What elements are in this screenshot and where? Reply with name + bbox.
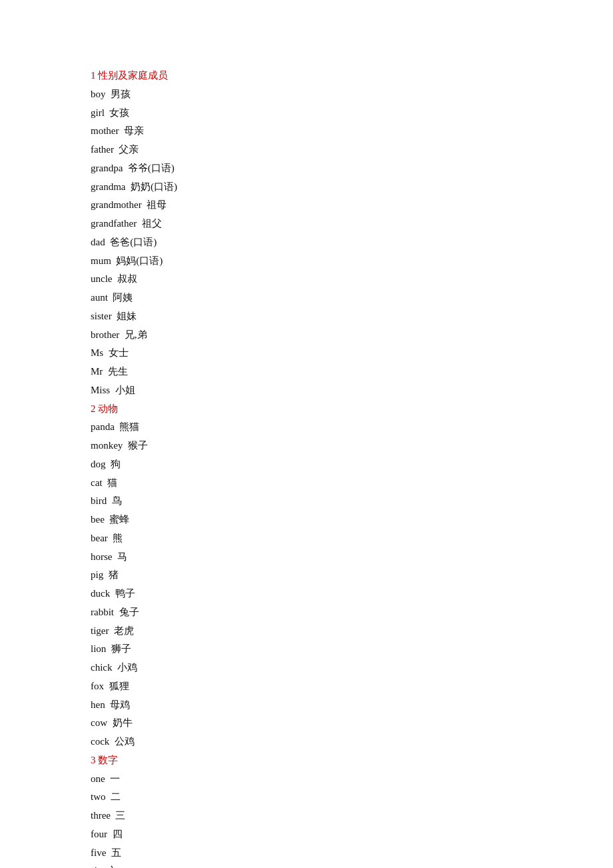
english-word: boy xyxy=(91,89,106,99)
list-item: girl 女孩 xyxy=(91,104,613,123)
list-item: Ms 女士 xyxy=(91,344,613,363)
chinese-translation: 姐妹 xyxy=(117,311,137,321)
chinese-translation: 叔叔 xyxy=(117,273,137,284)
english-word: aunt xyxy=(91,292,108,303)
english-word: two xyxy=(91,791,106,802)
english-word: father xyxy=(91,144,114,155)
chinese-translation: 母鸡 xyxy=(110,699,130,710)
chinese-translation: 爸爸(口语) xyxy=(110,237,157,247)
english-word: panda xyxy=(91,421,115,432)
list-item: rabbit 兔子 xyxy=(91,603,613,622)
english-word: girl xyxy=(91,107,105,118)
chinese-translation: 阿姨 xyxy=(113,292,133,303)
english-word: fox xyxy=(91,681,104,691)
list-item: grandpa 爷爷(口语) xyxy=(91,159,613,178)
english-word: horse xyxy=(91,551,113,562)
english-word: Ms xyxy=(91,347,103,358)
section-header-section2: 2 动物 xyxy=(91,400,613,419)
chinese-translation: 兔子 xyxy=(119,607,139,617)
list-item: father 父亲 xyxy=(91,141,613,159)
chinese-translation: 父亲 xyxy=(119,144,139,155)
english-word: hen xyxy=(91,699,105,710)
list-item: fox 狐狸 xyxy=(91,677,613,696)
chinese-translation: 奶奶(口语) xyxy=(131,181,177,192)
list-item: two 二 xyxy=(91,788,613,807)
english-word: dog xyxy=(91,459,106,469)
list-item: Mr 先生 xyxy=(91,363,613,381)
english-word: Mr xyxy=(91,366,103,377)
chinese-translation: 四 xyxy=(113,829,123,839)
english-word: four xyxy=(91,829,107,839)
chinese-translation: 老虎 xyxy=(114,625,134,636)
chinese-translation: 鸟 xyxy=(112,495,122,506)
chinese-translation: 一 xyxy=(110,773,120,784)
chinese-translation: 奶牛 xyxy=(113,717,133,728)
english-word: dad xyxy=(91,237,105,247)
chinese-translation: 妈妈(口语) xyxy=(116,255,163,266)
english-word: grandmother xyxy=(91,199,142,210)
list-item: cock 公鸡 xyxy=(91,733,613,751)
list-item: bear 熊 xyxy=(91,529,613,548)
list-item: six 六 xyxy=(91,862,613,868)
main-content: 1 性别及家庭成员boy 男孩girl 女孩mother 母亲father 父亲… xyxy=(91,67,613,868)
english-word: three xyxy=(91,810,111,821)
list-item: grandfather 祖父 xyxy=(91,215,613,233)
list-item: cat 猫 xyxy=(91,474,613,493)
english-word: uncle xyxy=(91,273,112,284)
chinese-translation: 母亲 xyxy=(124,125,144,136)
english-word: sister xyxy=(91,311,112,321)
chinese-translation: 狮子 xyxy=(111,643,131,654)
chinese-translation: 猪 xyxy=(109,569,119,580)
chinese-translation: 小鸡 xyxy=(117,662,137,673)
list-item: aunt 阿姨 xyxy=(91,289,613,307)
chinese-translation: 六 xyxy=(107,865,117,868)
list-item: lion 狮子 xyxy=(91,640,613,659)
english-word: grandma xyxy=(91,181,125,192)
chinese-translation: 猴子 xyxy=(128,440,148,451)
english-word: six xyxy=(91,865,103,868)
english-word: bird xyxy=(91,495,107,506)
list-item: pig 猪 xyxy=(91,566,613,585)
english-word: bee xyxy=(91,514,105,525)
english-word: cow xyxy=(91,717,107,728)
list-item: cow 奶牛 xyxy=(91,714,613,733)
english-word: cock xyxy=(91,736,109,747)
section-header-section3: 3 数字 xyxy=(91,751,613,770)
list-item: brother 兄,弟 xyxy=(91,326,613,345)
list-item: grandmother 祖母 xyxy=(91,196,613,215)
chinese-translation: 鸭子 xyxy=(115,588,135,599)
english-word: bear xyxy=(91,533,108,543)
list-item: Miss 小姐 xyxy=(91,381,613,400)
english-word: grandpa xyxy=(91,163,123,173)
list-item: four 四 xyxy=(91,825,613,844)
section-header-section1: 1 性别及家庭成员 xyxy=(91,67,613,85)
chinese-translation: 小姐 xyxy=(115,385,135,395)
list-item: dog 狗 xyxy=(91,455,613,474)
chinese-translation: 二 xyxy=(111,791,121,802)
list-item: dad 爸爸(口语) xyxy=(91,233,613,252)
english-word: mother xyxy=(91,125,119,136)
chinese-translation: 爷爷(口语) xyxy=(128,163,175,173)
english-word: rabbit xyxy=(91,607,114,617)
chinese-translation: 女士 xyxy=(109,347,129,358)
list-item: panda 熊猫 xyxy=(91,418,613,437)
list-item: monkey 猴子 xyxy=(91,437,613,455)
english-word: Miss xyxy=(91,385,110,395)
list-item: boy 男孩 xyxy=(91,85,613,104)
chinese-translation: 蜜蜂 xyxy=(109,514,129,525)
english-word: tiger xyxy=(91,625,109,636)
list-item: uncle 叔叔 xyxy=(91,270,613,289)
english-word: chick xyxy=(91,662,112,673)
list-item: one 一 xyxy=(91,770,613,789)
english-word: cat xyxy=(91,477,102,488)
chinese-translation: 女孩 xyxy=(109,107,129,118)
list-item: tiger 老虎 xyxy=(91,622,613,641)
list-item: chick 小鸡 xyxy=(91,659,613,677)
chinese-translation: 公鸡 xyxy=(115,736,135,747)
chinese-translation: 狗 xyxy=(111,459,121,469)
list-item: mum 妈妈(口语) xyxy=(91,252,613,271)
english-word: mum xyxy=(91,255,111,266)
chinese-translation: 先生 xyxy=(108,366,128,377)
chinese-translation: 五 xyxy=(111,847,121,858)
list-item: duck 鸭子 xyxy=(91,585,613,603)
